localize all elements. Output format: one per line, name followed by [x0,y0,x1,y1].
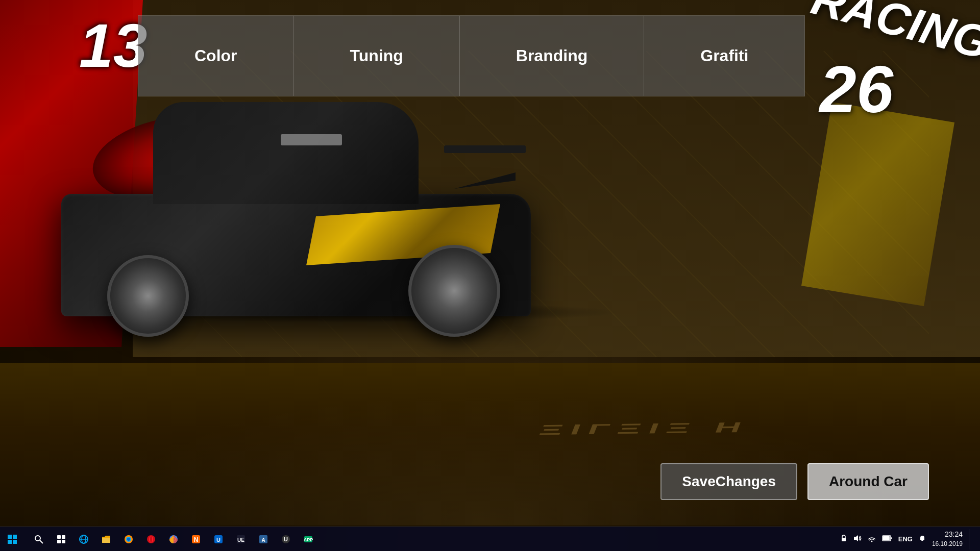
svg-text:N: N [194,536,199,543]
svg-rect-41 [921,540,923,541]
taskbar-clock[interactable]: 23:24 16.10.2019 [932,530,963,548]
taskbar-app1-icon[interactable]: N [186,529,206,549]
taskbar-explorer-icon[interactable] [96,529,116,549]
system-tray: ENG 23:24 16.10.2019 [840,529,980,549]
svg-point-37 [871,541,872,542]
svg-rect-1 [13,535,17,539]
svg-text:U: U [216,537,220,543]
taskbar-language[interactable]: ENG [898,535,913,543]
car-spoiler-wing [444,145,526,153]
race-number-26: 26 [819,51,893,128]
tab-color[interactable]: Color [138,16,294,96]
taskbar-network-icon[interactable] [868,534,876,544]
clock-time: 23:24 [932,530,963,540]
car-display [61,112,531,347]
svg-rect-3 [13,540,17,544]
svg-rect-0 [8,535,12,539]
car-wheel-rear [408,245,500,337]
taskbar-chrome-icon[interactable] [163,529,184,549]
tab-branding[interactable]: Branding [460,16,644,96]
taskbar-unreal-engine-icon[interactable]: U [276,529,296,549]
race-number-13: 13 [79,10,147,81]
clock-date: 16.10.2019 [932,540,963,548]
svg-point-16 [127,538,130,541]
svg-rect-6 [57,535,61,539]
taskbar-pinned-apps: N U UE A U [24,529,323,549]
taskbar-notifications-icon[interactable] [919,535,926,543]
svg-rect-40 [891,537,892,539]
taskbar-search-icon[interactable] [29,529,49,549]
customization-menu: Color Tuning Branding Grafiti [138,15,805,96]
svg-rect-13 [102,538,110,543]
car-cabin [153,102,419,204]
svg-point-19 [150,536,152,543]
floor-reflection-text: ΞIΓΞIΞ H [538,419,749,438]
taskbar-unreal-editor-icon[interactable]: UE [231,529,251,549]
floor-spotlight [0,372,980,525]
svg-rect-35 [842,538,846,541]
taskbar-opera-icon[interactable] [141,529,161,549]
taskbar-app4-icon[interactable]: APP [298,529,318,549]
svg-text:U: U [284,536,288,542]
around-car-button[interactable]: Around Car [807,463,929,500]
svg-rect-8 [57,540,61,543]
tab-grafiti[interactable]: Grafiti [644,16,804,96]
tab-tuning[interactable]: Tuning [294,16,460,96]
svg-rect-7 [62,535,65,539]
taskbar-volume-icon[interactable] [853,534,862,544]
car-spoiler-base [454,148,516,189]
taskbar-task-view-icon[interactable] [51,529,71,549]
action-buttons: SaveChanges Around Car [660,463,929,500]
start-button[interactable] [0,527,24,552]
svg-line-5 [40,540,43,543]
taskbar-app3-icon[interactable]: A [253,529,274,549]
car-wheel-front [107,255,189,337]
taskbar-battery-icon [882,535,892,543]
show-desktop-button[interactable] [969,529,972,549]
svg-rect-39 [883,536,890,540]
taskbar-ie-icon[interactable] [74,529,94,549]
svg-rect-9 [62,540,65,543]
windows-taskbar: N U UE A U [0,527,980,551]
svg-point-4 [35,536,40,541]
save-changes-button[interactable]: SaveChanges [660,463,797,500]
svg-text:UE: UE [237,537,244,543]
svg-marker-36 [854,535,858,541]
svg-text:APP: APP [304,537,313,542]
taskbar-lock-icon [840,535,847,543]
car-windshield-sticker [281,134,342,145]
taskbar-firefox-icon[interactable] [118,529,139,549]
taskbar-app2-icon[interactable]: U [208,529,229,549]
svg-rect-2 [8,540,12,544]
svg-text:A: A [261,537,265,543]
